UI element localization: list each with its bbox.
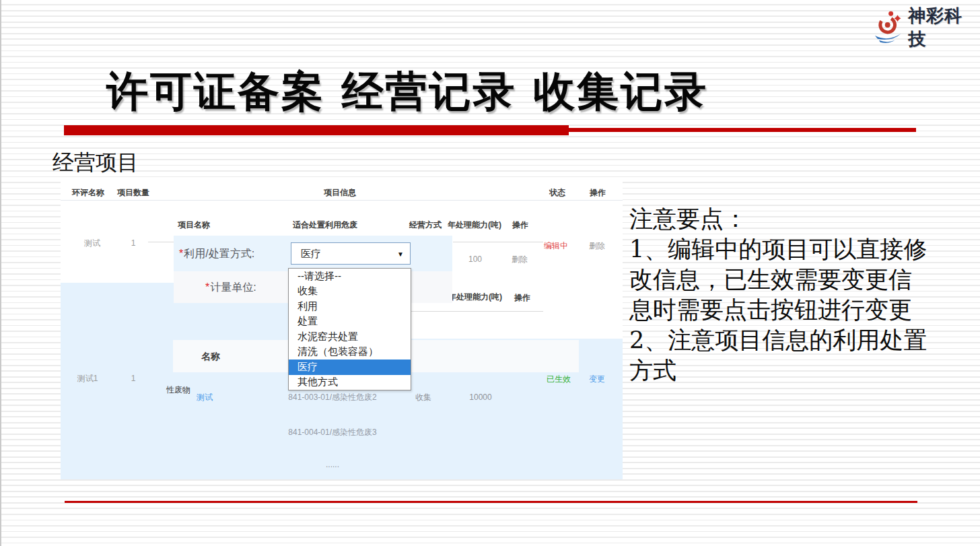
dropdown-option[interactable]: --请选择-- [289, 269, 411, 284]
row1-project-count: 1 [131, 238, 136, 248]
dropdown-option[interactable]: 处置 [289, 314, 411, 330]
inner-header-project-name: 项目名称 [178, 219, 210, 231]
dropdown-option[interactable]: 水泥窑共处置 [289, 329, 411, 345]
dropdown-option-selected[interactable]: 医疗 [289, 360, 411, 375]
row1-sub-delete-button[interactable]: 删除 [512, 254, 528, 265]
row2-eia-name-link[interactable]: 测试1 [77, 373, 98, 384]
inner-header-action: 操作 [512, 219, 528, 231]
col-header-project-count: 项目数量 [117, 187, 149, 199]
title-underline-thick [64, 125, 569, 135]
row2-status-badge: 已生效 [547, 374, 571, 385]
unit-label: *计量单位: [205, 281, 256, 295]
col-header-project-info: 项目信息 [324, 187, 356, 199]
row2-partial-text: 性废物 [166, 384, 190, 396]
slide: 神彩科技 许可证备案 经营记录 收集记录 经营项目 环评名称 项目数量 项目信息… [0, 0, 980, 546]
inner-divider-fragment [453, 242, 543, 242]
chevron-down-icon: ▼ [397, 250, 404, 257]
col-header-action: 操作 [590, 187, 606, 199]
left-edge-line [0, 0, 1, 546]
required-asterisk: * [205, 281, 209, 293]
inner-header-annual-capacity: 年处理能力(吨) [448, 219, 501, 231]
screenshot-panel: 环评名称 项目数量 项目信息 状态 操作 项目名称 适合处置利用危废 经营方式 … [61, 180, 623, 479]
inner-header-suitable-waste: 适合处置利用危废 [293, 219, 357, 231]
col-header-eia-name: 环评名称 [72, 187, 104, 199]
notes-line: 1、编辑中的项目可以直接修 [629, 234, 976, 265]
title-underline-thin [569, 128, 916, 132]
disposal-mode-select-value: 医疗 [301, 247, 321, 260]
disposal-mode-select[interactable]: 医疗 ▼ [291, 242, 411, 265]
dropdown-option[interactable]: 利用 [289, 299, 411, 314]
inner-divider-fragment [411, 311, 543, 312]
notes-line: 方式 [629, 355, 976, 386]
logo-swirl-icon [871, 11, 904, 44]
col-header-status: 状态 [549, 187, 565, 199]
dropdown-option[interactable]: 清洗（包装容器） [289, 345, 411, 360]
row2-inner-header-action: 操作 [514, 292, 530, 304]
dropdown-option[interactable]: 收集 [289, 284, 411, 300]
required-asterisk: * [179, 248, 183, 259]
notes-block: 注意要点： 1、编辑中的项目可以直接修 改信息，已生效需要变更信 息时需要点击按… [629, 204, 976, 386]
notes-line: 息时需要点击按钮进行变更 [629, 295, 976, 325]
row2-project-count: 1 [131, 374, 136, 383]
row1-eia-name: 测试 [84, 238, 100, 249]
notes-line: 注意要点： [629, 204, 976, 234]
notes-line: 改信息，已生效需要变更信 [629, 265, 976, 295]
slide-title: 许可证备案 经营记录 收集记录 [106, 63, 708, 120]
inner-divider-fragment [148, 242, 174, 242]
header-divider [61, 200, 623, 201]
row2-inner-header-capacity: 年处理能力(吨) [448, 292, 502, 303]
waste-code-1: 841-003-01/感染性危废2 [288, 392, 376, 403]
company-name: 神彩科技 [908, 4, 980, 51]
waste-list-ellipsis: ...... [326, 460, 339, 469]
dropdown-option[interactable]: 其他方式 [289, 375, 411, 390]
waste-capacity-1: 10000 [469, 393, 491, 402]
waste-mode-1: 收集 [415, 392, 431, 403]
row2-name-header: 名称 [201, 351, 220, 363]
notes-line: 2、注意项目信息的利用处置 [629, 325, 976, 355]
row1-delete-button[interactable]: 删除 [589, 240, 605, 252]
disposal-mode-label: *利用/处置方式: [179, 247, 254, 261]
bottom-rule [65, 501, 917, 503]
company-logo: 神彩科技 [871, 4, 980, 51]
inner-header-business-mode: 经营方式 [409, 219, 442, 231]
section-label: 经营项目 [53, 148, 139, 178]
waste-code-2: 841-004-01/感染性危废3 [288, 427, 376, 438]
row2-change-button[interactable]: 变更 [589, 374, 605, 385]
row2-name-link[interactable]: 测试 [197, 392, 213, 403]
disposal-mode-dropdown-list: --请选择-- 收集 利用 处置 水泥窑共处置 清洗（包装容器） 医疗 其他方式 [288, 268, 411, 390]
row1-status-badge: 编辑中 [544, 240, 568, 252]
row1-sub-capacity: 100 [468, 254, 482, 264]
